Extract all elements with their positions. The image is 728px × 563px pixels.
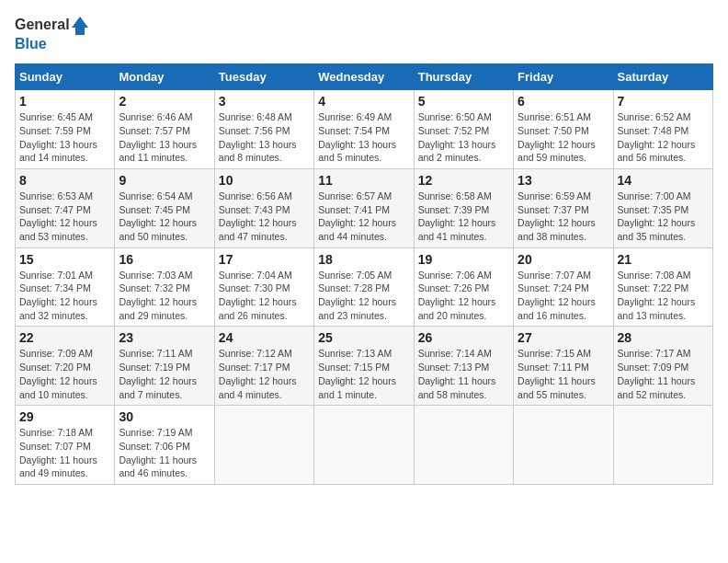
day-number: 13 bbox=[518, 173, 609, 188]
day-number: 3 bbox=[219, 94, 310, 109]
calendar-cell-9: 9Sunrise: 6:54 AM Sunset: 7:45 PM Daylig… bbox=[115, 168, 214, 247]
calendar-cell-16: 16Sunrise: 7:03 AM Sunset: 7:32 PM Dayli… bbox=[115, 247, 214, 327]
calendar-cell-8: 8Sunrise: 6:53 AM Sunset: 7:47 PM Daylig… bbox=[16, 168, 115, 247]
calendar-header-row: SundayMondayTuesdayWednesdayThursdayFrid… bbox=[16, 64, 713, 90]
day-info: Sunrise: 7:04 AM Sunset: 7:30 PM Dayligh… bbox=[219, 269, 310, 323]
day-number: 8 bbox=[19, 173, 110, 188]
day-number: 30 bbox=[119, 409, 210, 424]
calendar-cell-1: 1Sunrise: 6:45 AM Sunset: 7:59 PM Daylig… bbox=[16, 90, 115, 169]
day-info: Sunrise: 6:48 AM Sunset: 7:56 PM Dayligh… bbox=[219, 110, 310, 165]
page-header: General Blue bbox=[15, 15, 713, 52]
calendar-cell-30: 30Sunrise: 7:19 AM Sunset: 7:06 PM Dayli… bbox=[115, 406, 214, 485]
day-info: Sunrise: 7:08 AM Sunset: 7:22 PM Dayligh… bbox=[618, 269, 709, 323]
calendar-cell-2: 2Sunrise: 6:46 AM Sunset: 7:57 PM Daylig… bbox=[115, 90, 214, 169]
weekday-header-wednesday: Wednesday bbox=[314, 64, 414, 90]
weekday-header-friday: Friday bbox=[514, 64, 613, 90]
calendar-cell-21: 21Sunrise: 7:08 AM Sunset: 7:22 PM Dayli… bbox=[613, 247, 712, 327]
calendar-cell-4: 4Sunrise: 6:49 AM Sunset: 7:54 PM Daylig… bbox=[314, 90, 414, 169]
calendar-week-row: 29Sunrise: 7:18 AM Sunset: 7:07 PM Dayli… bbox=[16, 406, 713, 485]
day-number: 5 bbox=[418, 94, 509, 109]
calendar-cell-23: 23Sunrise: 7:11 AM Sunset: 7:19 PM Dayli… bbox=[115, 327, 214, 406]
calendar-cell-25: 25Sunrise: 7:13 AM Sunset: 7:15 PM Dayli… bbox=[314, 327, 414, 406]
day-info: Sunrise: 7:14 AM Sunset: 7:13 PM Dayligh… bbox=[418, 347, 509, 401]
day-number: 11 bbox=[318, 173, 409, 188]
calendar-cell-10: 10Sunrise: 6:56 AM Sunset: 7:43 PM Dayli… bbox=[214, 168, 313, 247]
day-info: Sunrise: 6:52 AM Sunset: 7:48 PM Dayligh… bbox=[618, 110, 709, 165]
day-info: Sunrise: 7:12 AM Sunset: 7:17 PM Dayligh… bbox=[219, 347, 310, 401]
day-info: Sunrise: 7:15 AM Sunset: 7:11 PM Dayligh… bbox=[518, 347, 609, 401]
calendar-cell-27: 27Sunrise: 7:15 AM Sunset: 7:11 PM Dayli… bbox=[514, 327, 613, 406]
day-number: 7 bbox=[618, 94, 709, 109]
empty-cell bbox=[514, 406, 613, 485]
calendar-week-row: 15Sunrise: 7:01 AM Sunset: 7:34 PM Dayli… bbox=[16, 247, 713, 327]
calendar-table: SundayMondayTuesdayWednesdayThursdayFrid… bbox=[15, 63, 713, 485]
day-info: Sunrise: 7:07 AM Sunset: 7:24 PM Dayligh… bbox=[518, 269, 609, 323]
day-info: Sunrise: 6:49 AM Sunset: 7:54 PM Dayligh… bbox=[318, 110, 409, 165]
logo-general: General bbox=[15, 16, 70, 33]
day-info: Sunrise: 6:51 AM Sunset: 7:50 PM Dayligh… bbox=[518, 110, 609, 165]
weekday-header-sunday: Sunday bbox=[16, 64, 115, 90]
empty-cell bbox=[214, 406, 313, 485]
calendar-cell-29: 29Sunrise: 7:18 AM Sunset: 7:07 PM Dayli… bbox=[16, 406, 115, 485]
day-info: Sunrise: 7:09 AM Sunset: 7:20 PM Dayligh… bbox=[19, 347, 110, 401]
day-info: Sunrise: 7:13 AM Sunset: 7:15 PM Dayligh… bbox=[318, 347, 409, 401]
day-info: Sunrise: 7:19 AM Sunset: 7:06 PM Dayligh… bbox=[119, 426, 210, 480]
day-info: Sunrise: 7:05 AM Sunset: 7:28 PM Dayligh… bbox=[318, 269, 409, 323]
logo-blue: Blue bbox=[15, 35, 88, 52]
calendar-cell-7: 7Sunrise: 6:52 AM Sunset: 7:48 PM Daylig… bbox=[613, 90, 712, 169]
weekday-header-monday: Monday bbox=[115, 64, 214, 90]
day-number: 15 bbox=[19, 252, 110, 267]
calendar-cell-13: 13Sunrise: 6:59 AM Sunset: 7:37 PM Dayli… bbox=[514, 168, 613, 247]
day-info: Sunrise: 6:57 AM Sunset: 7:41 PM Dayligh… bbox=[318, 190, 409, 244]
day-info: Sunrise: 7:11 AM Sunset: 7:19 PM Dayligh… bbox=[119, 347, 210, 401]
weekday-header-tuesday: Tuesday bbox=[214, 64, 313, 90]
day-number: 4 bbox=[318, 94, 409, 109]
calendar-cell-3: 3Sunrise: 6:48 AM Sunset: 7:56 PM Daylig… bbox=[214, 90, 313, 169]
day-number: 20 bbox=[518, 252, 609, 267]
day-number: 2 bbox=[119, 94, 210, 109]
calendar-cell-26: 26Sunrise: 7:14 AM Sunset: 7:13 PM Dayli… bbox=[414, 327, 513, 406]
calendar-week-row: 1Sunrise: 6:45 AM Sunset: 7:59 PM Daylig… bbox=[16, 90, 713, 169]
day-info: Sunrise: 6:56 AM Sunset: 7:43 PM Dayligh… bbox=[219, 190, 310, 244]
day-info: Sunrise: 7:17 AM Sunset: 7:09 PM Dayligh… bbox=[618, 347, 709, 401]
calendar-week-row: 8Sunrise: 6:53 AM Sunset: 7:47 PM Daylig… bbox=[16, 168, 713, 247]
day-number: 27 bbox=[518, 330, 609, 345]
day-info: Sunrise: 6:50 AM Sunset: 7:52 PM Dayligh… bbox=[418, 110, 509, 165]
logo: General Blue bbox=[15, 15, 88, 52]
day-number: 22 bbox=[19, 330, 110, 345]
day-info: Sunrise: 7:18 AM Sunset: 7:07 PM Dayligh… bbox=[19, 426, 110, 480]
weekday-header-saturday: Saturday bbox=[613, 64, 712, 90]
day-number: 12 bbox=[418, 173, 509, 188]
calendar-cell-19: 19Sunrise: 7:06 AM Sunset: 7:26 PM Dayli… bbox=[414, 247, 513, 327]
calendar-cell-11: 11Sunrise: 6:57 AM Sunset: 7:41 PM Dayli… bbox=[314, 168, 414, 247]
day-number: 24 bbox=[219, 330, 310, 345]
day-number: 1 bbox=[19, 94, 110, 109]
day-number: 9 bbox=[119, 173, 210, 188]
day-number: 10 bbox=[219, 173, 310, 188]
day-number: 19 bbox=[418, 252, 509, 267]
calendar-cell-15: 15Sunrise: 7:01 AM Sunset: 7:34 PM Dayli… bbox=[16, 247, 115, 327]
calendar-cell-24: 24Sunrise: 7:12 AM Sunset: 7:17 PM Dayli… bbox=[214, 327, 313, 406]
day-number: 29 bbox=[19, 409, 110, 424]
day-info: Sunrise: 6:54 AM Sunset: 7:45 PM Dayligh… bbox=[119, 190, 210, 244]
calendar-cell-12: 12Sunrise: 6:58 AM Sunset: 7:39 PM Dayli… bbox=[414, 168, 513, 247]
day-number: 6 bbox=[518, 94, 609, 109]
svg-marker-0 bbox=[72, 17, 88, 35]
day-number: 28 bbox=[618, 330, 709, 345]
day-info: Sunrise: 7:06 AM Sunset: 7:26 PM Dayligh… bbox=[418, 269, 509, 323]
day-number: 18 bbox=[318, 252, 409, 267]
day-number: 21 bbox=[618, 252, 709, 267]
calendar-cell-18: 18Sunrise: 7:05 AM Sunset: 7:28 PM Dayli… bbox=[314, 247, 414, 327]
calendar-week-row: 22Sunrise: 7:09 AM Sunset: 7:20 PM Dayli… bbox=[16, 327, 713, 406]
day-number: 26 bbox=[418, 330, 509, 345]
calendar-cell-5: 5Sunrise: 6:50 AM Sunset: 7:52 PM Daylig… bbox=[414, 90, 513, 169]
day-number: 25 bbox=[318, 330, 409, 345]
calendar-cell-22: 22Sunrise: 7:09 AM Sunset: 7:20 PM Dayli… bbox=[16, 327, 115, 406]
calendar-cell-28: 28Sunrise: 7:17 AM Sunset: 7:09 PM Dayli… bbox=[613, 327, 712, 406]
calendar-cell-14: 14Sunrise: 7:00 AM Sunset: 7:35 PM Dayli… bbox=[613, 168, 712, 247]
day-info: Sunrise: 6:58 AM Sunset: 7:39 PM Dayligh… bbox=[418, 190, 509, 244]
day-info: Sunrise: 6:53 AM Sunset: 7:47 PM Dayligh… bbox=[19, 190, 110, 244]
day-number: 17 bbox=[219, 252, 310, 267]
day-info: Sunrise: 6:59 AM Sunset: 7:37 PM Dayligh… bbox=[518, 190, 609, 244]
day-number: 23 bbox=[119, 330, 210, 345]
